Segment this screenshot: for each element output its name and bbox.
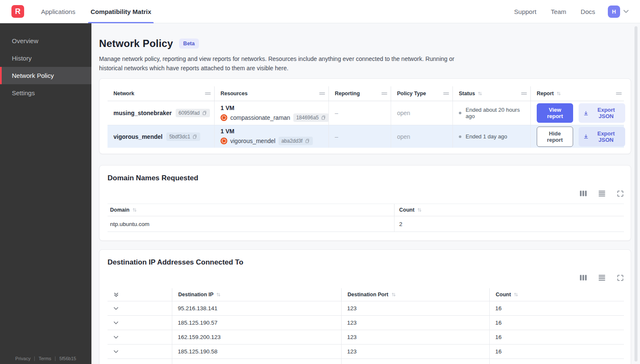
column-header-resources: Resources [215, 86, 329, 101]
reporting-cell: – [329, 125, 391, 148]
destination-row: 185.125.190.57 123 16 [108, 315, 624, 330]
page-scrollbar[interactable] [634, 26, 637, 361]
nav-link-team[interactable]: Team [551, 8, 566, 15]
chevron-down-icon[interactable] [113, 350, 119, 353]
caret-down-icon[interactable] [623, 10, 629, 14]
row-expander [108, 359, 172, 364]
column-handle-icon[interactable] [319, 92, 325, 95]
network-table-row-selected[interactable]: vigorous_mendel 5bdf3dc1 1 VM vigorous_m… [108, 125, 624, 148]
port-cell: 123 [342, 316, 490, 330]
status-text: Ended 1 day ago [466, 133, 507, 140]
count-cell: 16 [490, 345, 625, 358]
domain-table: Domain Count ntp.ubuntu.com 2 [108, 204, 624, 232]
chevron-down-icon[interactable] [113, 336, 119, 339]
tab-applications[interactable]: Applications [39, 0, 78, 23]
user-avatar[interactable]: H [608, 6, 620, 18]
sort-icon[interactable] [132, 207, 137, 212]
row-expander [108, 316, 172, 330]
rows-view-icon[interactable] [598, 190, 606, 197]
view-report-button[interactable]: View report [537, 103, 573, 123]
column-label: Domain [110, 207, 130, 213]
column-header-reporting: Reporting [329, 86, 391, 101]
resource-name: compassionate_raman [230, 114, 290, 121]
columns-view-icon[interactable] [579, 274, 587, 281]
fullscreen-icon[interactable] [617, 190, 624, 197]
app-logo[interactable]: R [11, 5, 24, 18]
ip-cell: 95.216.100.21 [172, 359, 342, 364]
network-cell: vigorous_mendel 5bdf3dc1 [108, 125, 215, 148]
row-expander [108, 301, 172, 315]
network-id-badge: 60959fad [176, 109, 210, 117]
network-name: musing_stonebraker [113, 110, 172, 116]
column-handle-icon[interactable] [521, 92, 527, 95]
navbar-right: Support Team Docs H [500, 6, 629, 18]
sidebar-item-history[interactable]: History [0, 50, 91, 67]
copy-icon[interactable] [202, 110, 207, 116]
export-json-button[interactable]: Export JSON [579, 127, 625, 146]
sidebar-item-overview[interactable]: Overview [0, 32, 91, 50]
column-handle-icon[interactable] [443, 92, 449, 95]
column-label: Policy Type [397, 91, 426, 97]
column-handle-icon[interactable] [381, 92, 387, 95]
footer-divider [34, 356, 35, 361]
network-table-row[interactable]: musing_stonebraker 60959fad 1 VM compass… [108, 101, 624, 125]
copy-icon[interactable] [321, 115, 326, 120]
destination-row: 162.159.200.123 123 16 [108, 330, 624, 344]
ip-cell: 185.125.190.58 [172, 345, 342, 358]
copy-icon[interactable] [192, 134, 197, 139]
sidebar: Overview History Network Policy Settings… [0, 23, 91, 364]
sidebar-item-settings[interactable]: Settings [0, 84, 91, 102]
sort-icon[interactable] [391, 292, 396, 297]
resources-cell: 1 VM vigorous_mendel aba2dd3f [215, 125, 329, 148]
row-expander [108, 345, 172, 358]
sort-icon[interactable] [477, 91, 483, 96]
resource-name: vigorous_mendel [230, 138, 276, 144]
tab-compatibility-matrix[interactable]: Compatibility Matrix [88, 0, 154, 23]
ip-cell: 95.216.138.141 [172, 301, 342, 315]
sidebar-item-history-label: History [12, 55, 32, 62]
table-toolbar [108, 190, 624, 197]
sort-icon[interactable] [417, 207, 422, 212]
networks-card: Network Resources Reporting Policy Type [99, 78, 631, 154]
port-cell: 123 [342, 330, 490, 344]
terms-link[interactable]: Terms [39, 356, 51, 361]
nav-link-support[interactable]: Support [514, 8, 537, 15]
fullscreen-icon[interactable] [617, 274, 624, 281]
hide-report-button[interactable]: Hide report [537, 127, 573, 147]
reporting-cell: – [329, 101, 391, 125]
rows-view-icon[interactable] [598, 274, 606, 281]
domain-cell: ntp.ubuntu.com [108, 216, 394, 232]
copy-icon[interactable] [305, 138, 310, 143]
beta-badge: Beta [179, 39, 199, 49]
sort-icon[interactable] [513, 292, 519, 297]
port-cell: 123 [342, 301, 490, 315]
tab-compatibility-matrix-label: Compatibility Matrix [91, 8, 151, 15]
status-dot-icon [459, 112, 461, 114]
ubuntu-icon [221, 138, 227, 144]
port-cell: 123 [342, 359, 490, 364]
column-handle-icon[interactable] [616, 92, 622, 95]
sidebar-footer: Privacy Terms 5f56b15 [0, 356, 91, 361]
status-text: Ended about 20 hours ago [466, 107, 530, 119]
chevron-down-icon[interactable] [113, 307, 119, 310]
resource-id-badge: aba2dd3f [279, 137, 313, 145]
sort-icon[interactable] [216, 292, 221, 297]
columns-view-icon[interactable] [579, 190, 587, 197]
ip-cell: 162.159.200.123 [172, 330, 342, 344]
sidebar-item-network-policy[interactable]: Network Policy [0, 67, 91, 84]
networks-table-header: Network Resources Reporting Policy Type [108, 86, 624, 101]
chevron-down-icon[interactable] [113, 321, 119, 325]
column-handle-icon[interactable] [205, 92, 211, 95]
footer-divider [55, 356, 55, 361]
ip-cell: 185.125.190.57 [172, 316, 342, 330]
column-label: Status [459, 91, 475, 97]
sort-icon[interactable] [556, 91, 561, 96]
port-cell: 123 [342, 345, 490, 358]
domain-table-row: ntp.ubuntu.com 2 [108, 216, 624, 232]
expand-all-icon[interactable] [113, 292, 119, 298]
domain-table-header: Domain Count [108, 204, 624, 216]
count-cell: 16 [490, 301, 625, 315]
export-json-button[interactable]: Export JSON [579, 103, 625, 123]
privacy-link[interactable]: Privacy [15, 356, 30, 361]
nav-link-docs[interactable]: Docs [581, 8, 595, 15]
